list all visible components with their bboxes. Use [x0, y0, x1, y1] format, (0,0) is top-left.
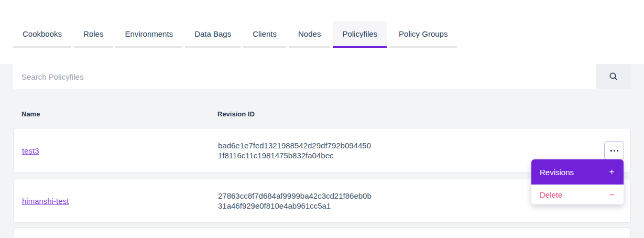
search-bar — [13, 64, 631, 89]
policyfile-link[interactable]: test3 — [22, 146, 39, 155]
menu-item-label: Delete — [540, 190, 562, 199]
content-area: Name Revision ID test3 bad6e1e7fed132198… — [0, 64, 644, 238]
tabs-nav: Cookbooks Roles Environments Data Bags C… — [13, 21, 460, 48]
column-header-name: Name — [13, 110, 217, 118]
tab-policy-groups[interactable]: Policy Groups — [389, 21, 457, 48]
search-button[interactable] — [596, 64, 631, 89]
table-row-partial — [13, 228, 631, 238]
search-icon — [609, 72, 618, 81]
minus-icon: – — [609, 190, 614, 199]
tab-nodes[interactable]: Nodes — [289, 21, 330, 48]
revision-id-cell: bad6e1e7fed1321988542d29df792b0944501f81… — [218, 140, 375, 160]
tab-cookbooks[interactable]: Cookbooks — [13, 21, 71, 48]
name-cell: himanshi-test — [14, 197, 218, 205]
menu-item-label: Revisions — [540, 168, 574, 177]
name-cell: test3 — [14, 146, 218, 155]
tab-bar: Cookbooks Roles Environments Data Bags C… — [0, 0, 644, 48]
menu-item-revisions[interactable]: Revisions + — [531, 159, 624, 185]
column-header-revision-id: Revision ID — [217, 110, 255, 118]
tab-data-bags[interactable]: Data Bags — [185, 21, 241, 48]
tab-environments[interactable]: Environments — [115, 21, 182, 48]
table-header: Name Revision ID — [13, 110, 631, 118]
revision-id-cell: 27863cc8f7d684af9999ba42c3cd21f86eb0b31a… — [218, 191, 375, 211]
tab-policyfiles[interactable]: Policyfiles — [333, 21, 387, 48]
policyfile-link[interactable]: himanshi-test — [22, 197, 69, 205]
row-actions-menu: Revisions + Delete – — [531, 159, 624, 204]
tab-clients[interactable]: Clients — [243, 21, 286, 48]
more-actions-button[interactable] — [604, 141, 624, 160]
plus-icon: + — [609, 167, 614, 177]
ellipsis-icon — [610, 150, 618, 152]
tab-roles[interactable]: Roles — [74, 21, 113, 48]
menu-item-delete[interactable]: Delete – — [531, 185, 624, 204]
search-input[interactable] — [13, 64, 596, 89]
